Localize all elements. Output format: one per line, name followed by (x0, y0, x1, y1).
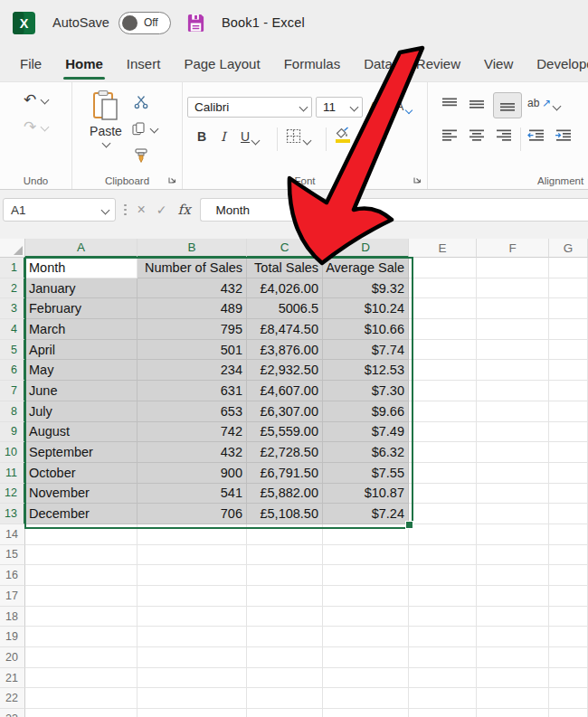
column-header-A[interactable]: A (25, 239, 138, 258)
cell-E5[interactable] (409, 340, 477, 361)
cell-D16[interactable] (323, 565, 409, 586)
cell-D10[interactable]: $6.32 (323, 442, 409, 463)
cell-E16[interactable] (409, 565, 477, 586)
cell-C10[interactable]: £2,728.50 (247, 442, 323, 463)
select-all-corner[interactable] (0, 239, 25, 258)
cell-A23[interactable] (25, 709, 138, 717)
cell-C13[interactable]: £5,108.50 (247, 504, 323, 524)
cell-G15[interactable] (549, 545, 588, 566)
cell-D12[interactable]: $10.87 (323, 484, 409, 505)
cell-A16[interactable] (25, 565, 138, 586)
cell-C23[interactable] (247, 709, 323, 717)
cell-G12[interactable] (549, 484, 588, 505)
underline-chevron-icon[interactable] (251, 137, 261, 146)
cell-A2[interactable]: January (25, 278, 138, 299)
cell-G19[interactable] (549, 627, 588, 647)
cell-G14[interactable] (549, 524, 588, 545)
tab-data[interactable]: Data (364, 56, 393, 71)
align-left-button[interactable] (442, 129, 458, 142)
cell-F4[interactable] (477, 319, 549, 340)
cell-C2[interactable]: £4,026.00 (247, 278, 323, 299)
name-box-chevron-icon[interactable] (101, 205, 110, 214)
cell-B15[interactable] (138, 545, 247, 566)
cell-F17[interactable] (477, 586, 549, 607)
cell-D2[interactable]: $9.32 (323, 278, 409, 299)
cell-D18[interactable] (323, 607, 409, 627)
column-header-F[interactable]: F (477, 239, 549, 258)
cell-B18[interactable] (138, 607, 247, 627)
cell-B7[interactable]: 631 (138, 381, 247, 401)
row-header-12[interactable]: 12 (0, 484, 25, 505)
cell-B1[interactable]: Number of Sales (138, 258, 247, 278)
cell-F14[interactable] (477, 524, 549, 545)
row-header-17[interactable]: 17 (0, 586, 25, 607)
cell-D1[interactable]: Average Sale (323, 258, 409, 278)
cell-A8[interactable]: July (25, 401, 138, 422)
copy-button[interactable] (132, 122, 157, 136)
cell-A11[interactable]: October (25, 463, 138, 484)
cell-A9[interactable]: August (25, 422, 138, 443)
cell-D21[interactable] (323, 668, 409, 689)
grow-font-button[interactable]: A (369, 99, 386, 114)
cell-G8[interactable] (549, 401, 588, 422)
undo-dropdown-chevron-icon[interactable] (41, 96, 50, 105)
clipboard-dialog-launcher-icon[interactable] (167, 175, 177, 184)
cell-E9[interactable] (409, 422, 477, 443)
autosave-toggle[interactable]: Off (119, 12, 171, 34)
cell-G13[interactable] (549, 504, 588, 524)
cell-G6[interactable] (549, 360, 588, 381)
cell-C19[interactable] (247, 627, 323, 647)
row-header-19[interactable]: 19 (0, 627, 25, 647)
cell-A20[interactable] (25, 647, 138, 668)
cell-G5[interactable] (549, 340, 588, 361)
cell-A7[interactable]: June (25, 381, 138, 401)
fill-handle[interactable] (405, 521, 413, 529)
cell-D6[interactable]: $12.53 (323, 360, 409, 381)
cell-F9[interactable] (477, 422, 549, 443)
cell-D9[interactable]: $7.49 (323, 422, 409, 443)
cell-D17[interactable] (323, 586, 409, 607)
cell-F22[interactable] (477, 688, 549, 709)
shrink-font-button[interactable]: A (396, 100, 412, 113)
cell-G21[interactable] (549, 668, 588, 689)
enter-icon[interactable]: ✓ (156, 203, 167, 216)
cell-D3[interactable]: $10.24 (323, 298, 409, 319)
cell-A6[interactable]: May (25, 360, 138, 381)
font-dialog-launcher-icon[interactable] (413, 175, 422, 184)
cell-G2[interactable] (549, 278, 588, 299)
cell-A4[interactable]: March (25, 319, 138, 340)
cell-E20[interactable] (409, 647, 477, 668)
cell-F20[interactable] (477, 647, 549, 668)
cell-C14[interactable] (247, 524, 323, 545)
row-header-23[interactable]: 23 (0, 709, 25, 717)
cell-F12[interactable] (477, 484, 549, 505)
cell-E17[interactable] (409, 586, 477, 607)
row-header-18[interactable]: 18 (0, 607, 25, 627)
cell-B22[interactable] (138, 688, 247, 709)
cell-G4[interactable] (549, 319, 588, 340)
cell-D15[interactable] (323, 545, 409, 566)
cell-B16[interactable] (138, 565, 247, 586)
formula-input[interactable]: Month (200, 198, 588, 222)
cell-E1[interactable] (409, 258, 477, 278)
cell-D23[interactable] (323, 709, 409, 717)
cell-E22[interactable] (409, 688, 477, 709)
cell-C16[interactable] (247, 565, 323, 586)
insert-function-icon[interactable]: fx (178, 202, 191, 218)
cell-C5[interactable]: £3,876.00 (247, 340, 323, 361)
cell-B20[interactable] (138, 647, 247, 668)
cell-F21[interactable] (477, 668, 549, 689)
decrease-indent-button[interactable] (527, 129, 545, 142)
tab-formulas[interactable]: Formulas (284, 56, 341, 71)
column-header-E[interactable]: E (409, 239, 477, 258)
increase-indent-button[interactable] (555, 129, 572, 142)
row-header-1[interactable]: 1 (0, 258, 25, 278)
copy-dropdown-chevron-icon[interactable] (150, 125, 159, 134)
column-header-C[interactable]: C (247, 239, 323, 258)
cell-B2[interactable]: 432 (138, 278, 247, 299)
borders-button[interactable] (286, 128, 310, 144)
row-header-15[interactable]: 15 (0, 545, 25, 566)
cell-G11[interactable] (549, 463, 588, 484)
cell-E4[interactable] (409, 319, 477, 340)
row-header-6[interactable]: 6 (0, 360, 25, 381)
